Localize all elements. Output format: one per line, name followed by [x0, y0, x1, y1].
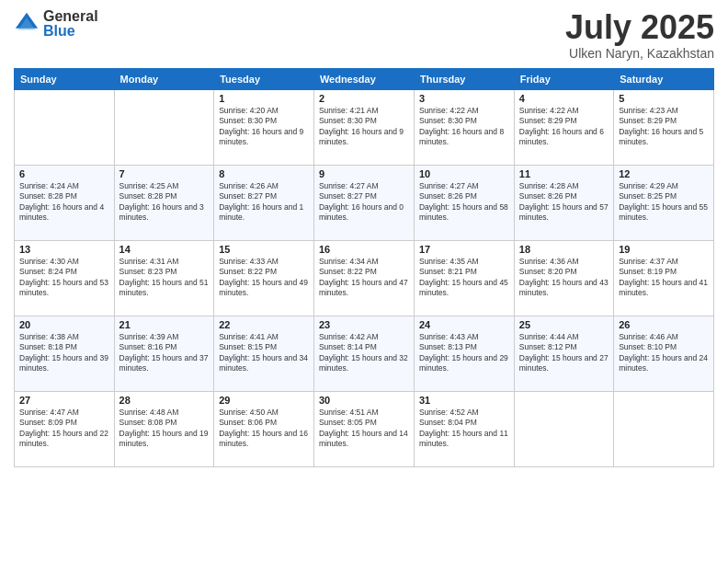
- day-info: Sunrise: 4:30 AMSunset: 8:24 PMDaylight:…: [19, 257, 109, 299]
- header: General Blue July 2025 Ulken Naryn, Kaza…: [14, 9, 714, 61]
- day-info: Sunrise: 4:37 AMSunset: 8:19 PMDaylight:…: [619, 257, 709, 299]
- day-number: 20: [19, 319, 109, 330]
- day-info: Sunrise: 4:28 AMSunset: 8:26 PMDaylight:…: [519, 181, 609, 224]
- calendar-cell: 27Sunrise: 4:47 AMSunset: 8:09 PMDayligh…: [15, 391, 115, 466]
- day-info: Sunrise: 4:26 AMSunset: 8:27 PMDaylight:…: [219, 181, 309, 224]
- calendar-cell: 3Sunrise: 4:22 AMSunset: 8:30 PMDaylight…: [414, 89, 514, 165]
- col-wednesday: Wednesday: [313, 68, 414, 89]
- day-number: 5: [619, 93, 709, 104]
- day-number: 31: [419, 395, 509, 406]
- calendar-cell: 13Sunrise: 4:30 AMSunset: 8:24 PMDayligh…: [15, 240, 115, 316]
- day-number: 13: [19, 244, 109, 255]
- calendar-header-row: Sunday Monday Tuesday Wednesday Thursday…: [15, 68, 714, 89]
- day-info: Sunrise: 4:38 AMSunset: 8:18 PMDaylight:…: [19, 332, 109, 374]
- day-info: Sunrise: 4:25 AMSunset: 8:28 PMDaylight:…: [119, 181, 210, 224]
- calendar-cell: [514, 391, 613, 466]
- day-number: 26: [619, 319, 709, 330]
- day-info: Sunrise: 4:51 AMSunset: 8:05 PMDaylight:…: [319, 408, 409, 450]
- calendar-cell: 20Sunrise: 4:38 AMSunset: 8:18 PMDayligh…: [15, 316, 115, 391]
- col-thursday: Thursday: [414, 68, 514, 89]
- calendar-cell: 17Sunrise: 4:35 AMSunset: 8:21 PMDayligh…: [414, 240, 514, 316]
- day-info: Sunrise: 4:31 AMSunset: 8:23 PMDaylight:…: [119, 257, 210, 299]
- day-number: 14: [119, 244, 210, 255]
- calendar-week-2: 6Sunrise: 4:24 AMSunset: 8:28 PMDaylight…: [15, 165, 714, 240]
- calendar-cell: 9Sunrise: 4:27 AMSunset: 8:27 PMDaylight…: [313, 165, 414, 240]
- day-number: 15: [219, 244, 309, 255]
- day-info: Sunrise: 4:27 AMSunset: 8:27 PMDaylight:…: [319, 181, 409, 224]
- logo-text: General Blue: [43, 9, 98, 39]
- calendar-cell: 7Sunrise: 4:25 AMSunset: 8:28 PMDaylight…: [114, 165, 214, 240]
- logo-icon: [14, 11, 40, 37]
- calendar-cell: 16Sunrise: 4:34 AMSunset: 8:22 PMDayligh…: [313, 240, 414, 316]
- calendar-cell: 31Sunrise: 4:52 AMSunset: 8:04 PMDayligh…: [414, 391, 514, 466]
- calendar-cell: 11Sunrise: 4:28 AMSunset: 8:26 PMDayligh…: [514, 165, 613, 240]
- calendar-cell: 10Sunrise: 4:27 AMSunset: 8:26 PMDayligh…: [414, 165, 514, 240]
- day-info: Sunrise: 4:29 AMSunset: 8:25 PMDaylight:…: [619, 181, 709, 224]
- day-number: 29: [219, 395, 309, 406]
- day-number: 24: [419, 319, 509, 330]
- day-number: 21: [119, 319, 210, 330]
- day-number: 7: [119, 168, 210, 179]
- day-number: 25: [519, 319, 609, 330]
- calendar-cell: [15, 89, 115, 165]
- calendar-cell: 22Sunrise: 4:41 AMSunset: 8:15 PMDayligh…: [214, 316, 314, 391]
- calendar-cell: 15Sunrise: 4:33 AMSunset: 8:22 PMDayligh…: [214, 240, 314, 316]
- calendar-cell: 26Sunrise: 4:46 AMSunset: 8:10 PMDayligh…: [614, 316, 714, 391]
- calendar-week-5: 27Sunrise: 4:47 AMSunset: 8:09 PMDayligh…: [15, 391, 714, 466]
- day-number: 27: [19, 395, 109, 406]
- day-number: 8: [219, 168, 309, 179]
- day-info: Sunrise: 4:22 AMSunset: 8:30 PMDaylight:…: [419, 106, 509, 148]
- day-number: 2: [319, 93, 409, 104]
- day-info: Sunrise: 4:34 AMSunset: 8:22 PMDaylight:…: [319, 257, 409, 299]
- calendar-cell: [114, 89, 214, 165]
- day-info: Sunrise: 4:52 AMSunset: 8:04 PMDaylight:…: [419, 408, 509, 450]
- day-number: 28: [119, 395, 210, 406]
- day-info: Sunrise: 4:48 AMSunset: 8:08 PMDaylight:…: [119, 408, 210, 450]
- col-friday: Friday: [514, 68, 613, 89]
- day-info: Sunrise: 4:33 AMSunset: 8:22 PMDaylight:…: [219, 257, 309, 299]
- calendar-cell: [614, 391, 714, 466]
- col-tuesday: Tuesday: [214, 68, 314, 89]
- calendar-cell: 23Sunrise: 4:42 AMSunset: 8:14 PMDayligh…: [313, 316, 414, 391]
- calendar-table: Sunday Monday Tuesday Wednesday Thursday…: [14, 68, 714, 467]
- calendar-cell: 8Sunrise: 4:26 AMSunset: 8:27 PMDaylight…: [214, 165, 314, 240]
- day-info: Sunrise: 4:42 AMSunset: 8:14 PMDaylight:…: [319, 332, 409, 374]
- calendar-cell: 12Sunrise: 4:29 AMSunset: 8:25 PMDayligh…: [614, 165, 714, 240]
- calendar-cell: 5Sunrise: 4:23 AMSunset: 8:29 PMDaylight…: [614, 89, 714, 165]
- calendar-cell: 18Sunrise: 4:36 AMSunset: 8:20 PMDayligh…: [514, 240, 613, 316]
- calendar-cell: 1Sunrise: 4:20 AMSunset: 8:30 PMDaylight…: [214, 89, 314, 165]
- day-info: Sunrise: 4:22 AMSunset: 8:29 PMDaylight:…: [519, 106, 609, 148]
- calendar-cell: 14Sunrise: 4:31 AMSunset: 8:23 PMDayligh…: [114, 240, 214, 316]
- logo-blue: Blue: [43, 24, 98, 39]
- day-info: Sunrise: 4:21 AMSunset: 8:30 PMDaylight:…: [319, 106, 409, 148]
- day-number: 17: [419, 244, 509, 255]
- day-number: 30: [319, 395, 409, 406]
- day-info: Sunrise: 4:24 AMSunset: 8:28 PMDaylight:…: [19, 181, 109, 224]
- calendar-cell: 6Sunrise: 4:24 AMSunset: 8:28 PMDaylight…: [15, 165, 115, 240]
- month-title: July 2025: [565, 9, 714, 46]
- logo-general: General: [43, 9, 98, 24]
- day-info: Sunrise: 4:41 AMSunset: 8:15 PMDaylight:…: [219, 332, 309, 374]
- day-info: Sunrise: 4:50 AMSunset: 8:06 PMDaylight:…: [219, 408, 309, 450]
- location-title: Ulken Naryn, Kazakhstan: [565, 46, 714, 61]
- day-info: Sunrise: 4:23 AMSunset: 8:29 PMDaylight:…: [619, 106, 709, 148]
- day-info: Sunrise: 4:43 AMSunset: 8:13 PMDaylight:…: [419, 332, 509, 374]
- day-number: 3: [419, 93, 509, 104]
- calendar-cell: 2Sunrise: 4:21 AMSunset: 8:30 PMDaylight…: [313, 89, 414, 165]
- col-sunday: Sunday: [15, 68, 115, 89]
- day-number: 12: [619, 168, 709, 179]
- page: General Blue July 2025 Ulken Naryn, Kaza…: [0, 0, 728, 563]
- calendar-cell: 30Sunrise: 4:51 AMSunset: 8:05 PMDayligh…: [313, 391, 414, 466]
- calendar-cell: 21Sunrise: 4:39 AMSunset: 8:16 PMDayligh…: [114, 316, 214, 391]
- day-number: 1: [219, 93, 309, 104]
- col-monday: Monday: [114, 68, 214, 89]
- day-number: 11: [519, 168, 609, 179]
- calendar-cell: 19Sunrise: 4:37 AMSunset: 8:19 PMDayligh…: [614, 240, 714, 316]
- day-info: Sunrise: 4:36 AMSunset: 8:20 PMDaylight:…: [519, 257, 609, 299]
- calendar-cell: 28Sunrise: 4:48 AMSunset: 8:08 PMDayligh…: [114, 391, 214, 466]
- calendar-week-4: 20Sunrise: 4:38 AMSunset: 8:18 PMDayligh…: [15, 316, 714, 391]
- calendar-cell: 29Sunrise: 4:50 AMSunset: 8:06 PMDayligh…: [214, 391, 314, 466]
- day-info: Sunrise: 4:47 AMSunset: 8:09 PMDaylight:…: [19, 408, 109, 450]
- day-number: 22: [219, 319, 309, 330]
- day-number: 4: [519, 93, 609, 104]
